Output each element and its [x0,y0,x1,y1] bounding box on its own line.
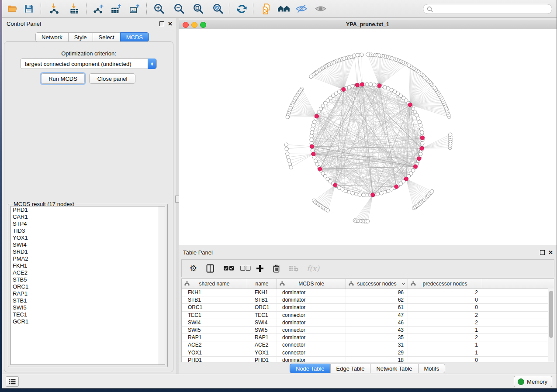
graph-node[interactable] [380,191,383,195]
graph-node[interactable] [287,159,291,162]
table-row-PHD1[interactable]: PHD1PHD1dominator180 [182,357,554,362]
graph-node[interactable] [286,155,290,159]
graph-node[interactable] [341,188,344,191]
graph-node[interactable] [407,64,411,67]
show-all-button[interactable] [313,1,328,16]
graph-node[interactable] [310,131,314,134]
graph-node[interactable] [311,124,315,127]
graph-node[interactable] [372,83,376,86]
column-header-MCDS-role[interactable]: MCDS role [277,279,346,289]
graph-hub-node[interactable] [420,146,424,150]
graph-hub-node[interactable] [311,152,315,156]
mcds-result-item[interactable]: STB5 [11,276,165,283]
column-header-predecessor-nodes[interactable]: predecessor nodes [408,279,482,289]
mcds-result-item[interactable]: SWI5 [11,304,165,311]
graph-node[interactable] [358,193,361,196]
graph-hub-node[interactable] [318,167,322,171]
close-table-panel-icon[interactable]: ✕ [548,250,553,255]
mcds-result-item[interactable]: TEC1 [11,311,165,318]
graph-hub-node[interactable] [417,157,421,161]
mcds-result-item[interactable]: YOX1 [11,234,165,241]
graph-node[interactable] [419,127,423,131]
window-minimize-light[interactable] [191,22,197,28]
graph-node[interactable] [386,86,390,90]
column-header-name[interactable]: name [247,279,277,289]
graph-node[interactable] [326,209,329,212]
graph-hub-node[interactable] [355,83,359,87]
tab-mcds[interactable]: MCDS [120,32,149,42]
graph-node[interactable] [286,115,289,119]
graph-node[interactable] [421,141,424,145]
graph-node[interactable] [285,147,288,151]
status-menu-button[interactable] [6,376,19,387]
graph-hub-node[interactable] [377,84,381,88]
export-image-button[interactable] [127,1,142,16]
table-scrollbar[interactable] [548,289,554,362]
graph-hub-node[interactable] [310,144,314,148]
table-scrollbar-thumb[interactable] [549,291,553,338]
graph-node[interactable] [376,192,380,196]
mcds-result-item[interactable]: GCR1 [11,318,165,325]
tab-node-table[interactable]: Node Table [290,364,331,373]
window-close-light[interactable] [183,22,189,28]
float-panel-icon[interactable] [159,21,164,26]
mcds-result-item[interactable]: ORC1 [11,283,165,290]
table-row-STB1[interactable]: STB1STB1dominator620 [182,296,554,304]
graph-node[interactable] [286,152,289,155]
graph-node[interactable] [360,53,363,56]
memory-button[interactable]: Memory [514,376,552,387]
graph-node[interactable] [351,84,354,88]
search-box[interactable] [423,4,552,14]
tab-network[interactable]: Network [35,32,69,42]
table-row-SWI5[interactable]: SWI5SWI5connector431 [182,327,554,334]
graph-node[interactable] [356,53,359,57]
graph-hub-node[interactable] [413,165,417,168]
tab-style[interactable]: Style [68,32,93,42]
graph-node[interactable] [369,83,372,86]
graph-node[interactable] [361,193,365,197]
graph-node[interactable] [310,134,313,138]
tab-network-table[interactable]: Network Table [370,364,418,373]
graph-node[interactable] [313,120,316,124]
window-zoom-light[interactable] [200,22,206,28]
graph-node[interactable] [347,86,351,89]
tab-select[interactable]: Select [93,32,121,42]
split-columns-button[interactable] [206,260,214,277]
graph-hub-node[interactable] [394,185,398,189]
table-row-YOX1[interactable]: YOX1YOX1connector291 [182,349,554,357]
mcds-result-item[interactable]: PHD1 [11,206,165,213]
graph-node[interactable] [420,131,424,134]
graph-node[interactable] [383,86,387,89]
save-session-button[interactable] [21,1,36,16]
first-neighbors-button[interactable] [277,1,291,16]
export-table-button[interactable] [109,1,124,16]
mcds-result-item[interactable]: ACE2 [11,269,165,276]
graph-node[interactable] [351,191,354,195]
mcds-result-item[interactable]: STB1 [11,297,165,304]
new-network-from-selection-button[interactable] [259,1,274,16]
graph-hub-node[interactable] [342,87,346,91]
tab-motifs[interactable]: Motifs [418,364,446,373]
import-network-button[interactable] [47,1,62,16]
graph-hub-node[interactable] [408,103,412,107]
graph-node[interactable] [416,117,420,120]
tab-edge-table[interactable]: Edge Table [330,364,371,373]
table-row-ACE2[interactable]: ACE2ACE2connector311 [182,341,554,349]
graph-hub-node[interactable] [360,83,364,86]
float-table-panel-icon[interactable] [540,250,545,255]
zoom-out-button[interactable] [172,1,187,16]
delete-column-button[interactable] [273,260,280,277]
table-row-TEC1[interactable]: TEC1TEC1connector472 [182,312,554,319]
graph-node[interactable] [418,120,421,124]
graph-node[interactable] [448,133,452,136]
graph-node[interactable] [365,83,369,86]
zoom-fit-button[interactable] [191,1,206,16]
graph-node[interactable] [386,189,390,193]
graph-node[interactable] [344,189,347,193]
graph-node[interactable] [288,162,291,165]
hide-selected-button[interactable] [294,1,309,16]
graph-node[interactable] [354,192,358,196]
open-session-button[interactable] [5,1,20,16]
table-row-RAP1[interactable]: RAP1RAP1dominator352 [182,334,554,341]
mcds-list-scrollbar[interactable] [159,206,165,364]
